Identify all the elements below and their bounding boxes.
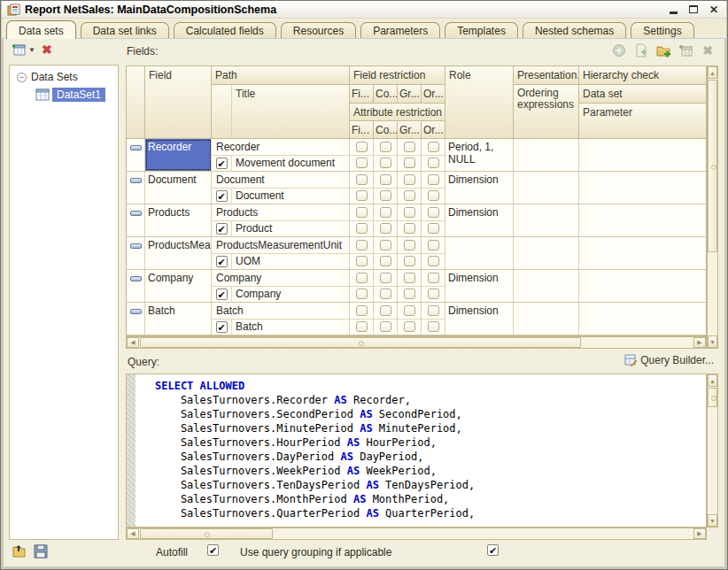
scroll-thumb[interactable] (140, 337, 581, 348)
query-grouping-checkbox[interactable]: ✔ (487, 544, 499, 556)
field-cell[interactable]: Document (145, 172, 212, 204)
title-checkbox[interactable]: ✔ (216, 289, 228, 300)
add-icon[interactable] (611, 42, 627, 58)
add-page-icon[interactable] (633, 42, 649, 58)
tab-templates[interactable]: Templates (445, 22, 518, 38)
title-checkbox[interactable]: ✔ (216, 223, 228, 235)
restriction-checkbox[interactable] (428, 207, 439, 218)
restriction-checkbox[interactable] (404, 273, 415, 283)
path-value[interactable]: Products (212, 204, 349, 220)
restriction-checkbox[interactable] (356, 190, 368, 201)
row-marker-cell[interactable] (127, 303, 145, 335)
path-cell[interactable]: Document✔Document (212, 172, 350, 204)
restriction-checkbox[interactable] (356, 174, 368, 185)
restriction-cell[interactable] (374, 139, 397, 155)
tab-data-set-links[interactable]: Data set links (81, 22, 169, 38)
hierarchy-cell[interactable] (579, 172, 707, 204)
restriction-checkbox[interactable] (428, 142, 439, 152)
path-value[interactable]: Company (212, 270, 349, 286)
restriction-checkbox[interactable] (404, 207, 415, 218)
query-builder-button[interactable]: Query Builder... (624, 354, 714, 366)
hierarchy-cell[interactable] (579, 204, 707, 236)
fields-horizontal-scrollbar[interactable]: ◀ ▶ (126, 336, 707, 349)
field-cell[interactable]: ProductsMea (145, 237, 212, 269)
restriction-cell[interactable] (350, 319, 373, 335)
restriction-checkbox[interactable] (356, 273, 368, 283)
dropdown-caret-icon[interactable]: ▼ (28, 46, 35, 54)
title-value[interactable]: Company (232, 288, 281, 300)
restriction-checkbox[interactable] (380, 142, 391, 152)
restriction-checkbox[interactable] (356, 207, 368, 218)
title-checkbox-cell[interactable]: ✔ (212, 189, 232, 204)
restriction-cell[interactable] (374, 188, 397, 204)
restriction-checkbox[interactable] (428, 240, 439, 250)
title-value[interactable]: UOM (232, 255, 260, 267)
restriction-checkbox[interactable] (404, 223, 415, 234)
restriction-cell[interactable] (374, 303, 397, 319)
row-marker-cell[interactable] (127, 237, 145, 269)
restriction-cell[interactable] (374, 204, 397, 220)
restriction-cell[interactable] (374, 155, 397, 172)
restriction-checkbox[interactable] (404, 305, 415, 316)
title-value[interactable]: Movement document (232, 157, 335, 169)
restriction-cell[interactable] (374, 319, 397, 335)
query-horizontal-scrollbar[interactable]: ◀ ▶ (126, 528, 707, 540)
role-cell[interactable] (445, 237, 514, 269)
restriction-cell[interactable] (422, 220, 445, 237)
restriction-checkbox[interactable] (380, 207, 391, 218)
restriction-cell[interactable] (422, 237, 445, 253)
restriction-cell[interactable] (398, 270, 421, 286)
restriction-checkbox[interactable] (356, 158, 368, 168)
path-value[interactable]: Document (212, 172, 349, 188)
restriction-checkbox[interactable] (356, 142, 368, 152)
restriction-checkbox[interactable] (428, 273, 439, 283)
restriction-checkbox[interactable] (428, 289, 439, 299)
restriction-cell[interactable] (350, 286, 373, 303)
maximize-icon[interactable] (686, 4, 701, 16)
path-cell[interactable]: Recorder✔Movement document (212, 139, 350, 171)
restriction-cell[interactable] (422, 270, 445, 286)
tab-nested-schemas[interactable]: Nested schemas (523, 22, 626, 38)
restriction-cell[interactable] (350, 253, 373, 270)
scroll-up-icon[interactable]: ▲ (708, 66, 717, 79)
restriction-cell[interactable] (398, 303, 421, 319)
tree-node-data-sets[interactable]: − Data Sets (12, 69, 116, 85)
row-marker-cell[interactable] (127, 139, 145, 171)
restriction-checkbox[interactable] (356, 256, 368, 266)
restriction-cell[interactable] (398, 155, 421, 172)
restriction-cell[interactable] (422, 188, 445, 204)
scroll-thumb[interactable] (708, 80, 717, 252)
restriction-cell[interactable] (398, 253, 421, 270)
restriction-cell[interactable] (422, 319, 445, 335)
title-value[interactable]: Document (232, 189, 284, 202)
path-value[interactable]: ProductsMeasurementUnit (212, 237, 349, 253)
restriction-cell[interactable] (350, 303, 373, 319)
scroll-right-icon[interactable]: ▶ (693, 337, 706, 348)
field-cell[interactable]: Products (145, 204, 212, 236)
restriction-cell[interactable] (398, 237, 421, 253)
restriction-cell[interactable] (350, 155, 373, 172)
query-editor[interactable]: SELECT ALLOWED SalesTurnovers.Recorder A… (126, 374, 707, 528)
hierarchy-cell[interactable] (579, 139, 707, 171)
presentation-cell[interactable] (514, 139, 579, 171)
fields-vertical-scrollbar[interactable]: ▲ ▼ (707, 65, 718, 349)
restriction-cell[interactable] (350, 270, 373, 286)
scroll-thumb[interactable] (140, 528, 273, 539)
role-cell[interactable]: Dimension (445, 172, 514, 204)
tab-calculated-fields[interactable]: Calculated fields (174, 22, 276, 38)
restriction-checkbox[interactable] (428, 321, 439, 332)
presentation-cell[interactable] (514, 237, 579, 269)
restriction-checkbox[interactable] (356, 240, 368, 250)
field-cell[interactable]: Batch (145, 303, 212, 335)
path-cell[interactable]: ProductsMeasurementUnit✔UOM (212, 237, 350, 269)
restriction-cell[interactable] (398, 319, 421, 335)
restriction-checkbox[interactable] (380, 289, 391, 299)
restriction-checkbox[interactable] (428, 190, 439, 201)
tab-settings[interactable]: Settings (631, 22, 693, 38)
hierarchy-cell[interactable] (579, 237, 707, 269)
restriction-checkbox[interactable] (356, 321, 368, 332)
title-bar[interactable]: Report NetSales: MainDataCompositionSche… (2, 1, 726, 19)
restriction-checkbox[interactable] (428, 256, 439, 266)
scroll-up-icon[interactable]: ▲ (708, 374, 717, 387)
restriction-checkbox[interactable] (404, 174, 415, 185)
